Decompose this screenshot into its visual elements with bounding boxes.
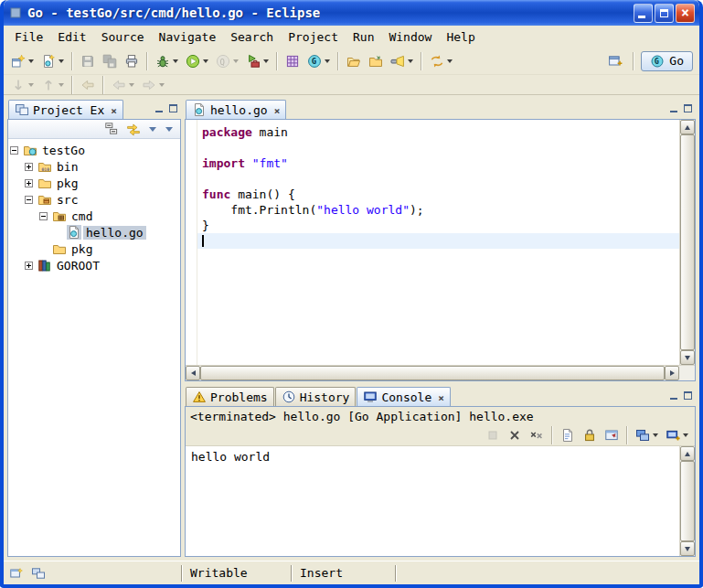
scroll-up-button[interactable]	[680, 120, 695, 134]
close-window-button[interactable]	[676, 4, 695, 23]
scroll-right-button[interactable]	[665, 366, 679, 380]
save-button[interactable]	[77, 51, 99, 71]
remove-launch-button[interactable]	[504, 425, 526, 445]
remove-all-launches-button[interactable]	[526, 425, 548, 445]
menu-source[interactable]: Source	[94, 28, 152, 46]
tab-hello-go[interactable]: hello.go	[186, 100, 286, 119]
menu-project[interactable]: Project	[281, 28, 346, 46]
next-annotation-button[interactable]	[7, 75, 37, 95]
dropdown-arrow-icon[interactable]	[28, 83, 34, 87]
close-view-icon[interactable]	[111, 104, 117, 116]
tree-item-pkg[interactable]: pkg	[8, 241, 180, 257]
tree-item-hello-go[interactable]: hello.go	[8, 224, 180, 241]
back-button[interactable]	[108, 75, 138, 95]
minimize-view-button[interactable]	[670, 102, 677, 115]
save-all-button[interactable]	[99, 51, 121, 71]
external-tools-button[interactable]	[242, 51, 272, 71]
menu-file[interactable]: File	[7, 28, 50, 46]
collapse-icon[interactable]	[39, 212, 48, 220]
tab-problems[interactable]: Problems	[186, 387, 274, 406]
tree-item-bin[interactable]: 010bin	[8, 158, 180, 175]
link-with-editor-button[interactable]	[122, 119, 144, 139]
expand-icon[interactable]	[25, 163, 33, 171]
editor-vertical-scrollbar[interactable]	[679, 120, 695, 365]
dropdown-arrow-icon[interactable]	[233, 59, 239, 63]
dropdown-arrow-icon[interactable]	[28, 59, 34, 63]
view-menu-icon[interactable]	[149, 127, 156, 132]
tree-item-pkg[interactable]: pkg	[8, 175, 180, 191]
open-console-button[interactable]	[662, 425, 692, 445]
dropdown-arrow-icon[interactable]	[263, 59, 269, 63]
collapse-icon[interactable]	[10, 146, 18, 155]
dropdown-arrow-icon[interactable]	[203, 59, 208, 63]
dropdown-arrow-icon[interactable]	[325, 59, 330, 63]
go-package-button[interactable]	[282, 51, 304, 71]
maximize-view-button[interactable]	[169, 102, 177, 115]
debug-button[interactable]	[152, 51, 182, 71]
console-output[interactable]: hello world	[186, 446, 679, 556]
tree-item-goroot[interactable]: GOROOT	[8, 257, 180, 273]
open-file-button[interactable]	[365, 51, 387, 71]
pin-console-button[interactable]	[601, 425, 623, 445]
collapse-icon[interactable]	[25, 196, 33, 204]
new-wizard-button[interactable]	[7, 51, 37, 71]
synchronize-button[interactable]	[426, 51, 456, 71]
dropdown-arrow-icon[interactable]	[408, 59, 413, 63]
clear-console-button[interactable]	[557, 425, 579, 445]
profile-button[interactable]: Q	[212, 51, 242, 71]
go-tools-button[interactable]: G	[304, 51, 334, 71]
dropdown-arrow-icon[interactable]	[683, 433, 688, 437]
tab-project-explorer[interactable]: Project Ex	[8, 100, 123, 119]
menu-run[interactable]: Run	[346, 28, 381, 46]
scroll-up-button[interactable]	[680, 446, 695, 461]
print-button[interactable]	[121, 51, 143, 71]
scroll-left-button[interactable]	[186, 366, 200, 380]
tab-history[interactable]: History	[275, 387, 357, 406]
open-folder-button[interactable]	[343, 51, 365, 71]
last-edit-button[interactable]	[77, 75, 99, 95]
dropdown-arrow-icon[interactable]	[59, 59, 64, 63]
minimize-window-button[interactable]	[634, 4, 653, 23]
prev-annotation-button[interactable]	[37, 75, 68, 95]
go-perspective-button[interactable]: G Go	[641, 51, 693, 71]
new-go-file-button[interactable]	[37, 51, 68, 71]
minimize-view-button[interactable]	[670, 389, 677, 402]
maximize-window-button[interactable]	[655, 4, 674, 23]
tree-item-cmd[interactable]: cmd	[8, 208, 180, 224]
menu-navigate[interactable]: Navigate	[152, 28, 224, 46]
tree-item-testgo[interactable]: testGo	[8, 142, 180, 158]
terminate-button[interactable]	[482, 425, 504, 445]
menu-window[interactable]: Window	[381, 28, 439, 46]
scrollbar-thumb[interactable]	[680, 461, 695, 541]
scrollbar-thumb[interactable]	[680, 134, 695, 350]
editor-horizontal-scrollbar[interactable]	[186, 365, 695, 380]
tab-console[interactable]: Console	[357, 387, 450, 406]
run-button[interactable]	[182, 51, 212, 71]
collapse-all-button[interactable]	[101, 119, 122, 139]
menu-help[interactable]: Help	[439, 28, 482, 46]
maximize-view-button[interactable]	[684, 389, 692, 402]
scroll-down-button[interactable]	[680, 350, 695, 365]
close-tab-icon[interactable]	[274, 104, 281, 116]
dropdown-arrow-icon[interactable]	[653, 433, 658, 437]
search-button[interactable]	[387, 51, 417, 71]
display-console-button[interactable]	[632, 425, 662, 445]
console-vertical-scrollbar[interactable]	[679, 446, 695, 556]
minimize-view-button[interactable]	[155, 102, 163, 115]
dropdown-arrow-icon[interactable]	[129, 83, 134, 87]
dropdown-arrow-icon[interactable]	[59, 83, 64, 87]
title-bar[interactable]: Go - testGo/src/cmd/hello.go - Eclipse	[4, 0, 699, 26]
pulldown-menu-icon[interactable]	[165, 127, 173, 132]
tree-item-src[interactable]: src	[8, 191, 180, 208]
scroll-lock-button[interactable]	[579, 425, 601, 445]
expand-icon[interactable]	[25, 179, 33, 187]
open-perspective-button[interactable]	[604, 51, 626, 71]
dropdown-arrow-icon[interactable]	[447, 59, 453, 63]
maximize-view-button[interactable]	[684, 102, 692, 115]
dropdown-arrow-icon[interactable]	[159, 83, 165, 87]
menu-edit[interactable]: Edit	[50, 28, 93, 46]
forward-button[interactable]	[138, 75, 168, 95]
scroll-down-button[interactable]	[680, 541, 695, 556]
scrollbar-thumb[interactable]	[200, 366, 665, 380]
menu-search[interactable]: Search	[223, 28, 281, 46]
